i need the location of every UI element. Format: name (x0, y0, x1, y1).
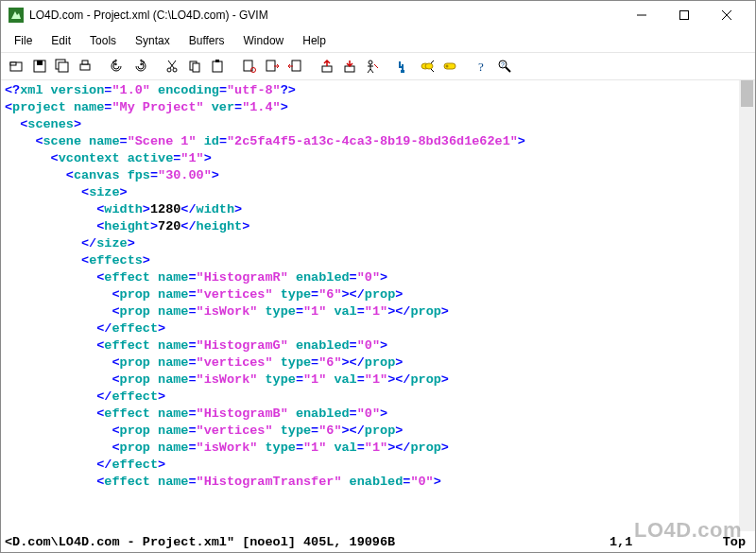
menu-syntax[interactable]: Syntax (128, 31, 178, 50)
menu-file[interactable]: File (7, 31, 40, 50)
menu-buffers[interactable]: Buffers (181, 31, 232, 50)
menubar: FileEditToolsSyntaxBuffersWindowHelp (1, 29, 755, 52)
find-prev-icon[interactable] (284, 56, 305, 77)
editor-area: <?xml version="1.0" encoding="utf-8"?> <… (1, 80, 755, 533)
open-file-icon[interactable] (7, 56, 27, 77)
svg-rect-11 (80, 64, 90, 70)
svg-text:?: ? (478, 60, 484, 74)
find-help-icon[interactable]: ? (494, 56, 515, 77)
undo-icon[interactable] (107, 56, 128, 77)
status-cursor-pos: 1,1 (610, 535, 713, 549)
cut-icon[interactable] (162, 56, 182, 77)
print-icon[interactable] (75, 56, 95, 77)
svg-line-41 (506, 67, 510, 72)
vertical-scrollbar[interactable] (739, 80, 755, 533)
copy-icon[interactable] (184, 56, 205, 77)
scroll-thumb[interactable] (741, 80, 753, 107)
paste-icon[interactable] (207, 56, 228, 77)
svg-point-14 (173, 68, 177, 72)
status-file-info: <D.com\LO4D.com - Project.xml" [noeol] 4… (5, 535, 610, 549)
svg-rect-25 (322, 66, 332, 72)
build-icon[interactable] (394, 56, 415, 77)
status-scroll-pos: Top (713, 535, 751, 549)
menu-edit[interactable]: Edit (43, 31, 78, 50)
svg-line-31 (370, 69, 373, 73)
tag-jump-icon[interactable] (439, 56, 460, 77)
make-tags-icon[interactable] (417, 56, 438, 77)
svg-rect-23 (266, 60, 275, 71)
svg-rect-32 (401, 70, 404, 73)
menu-tools[interactable]: Tools (82, 31, 124, 50)
toolbar: ?? (1, 52, 755, 80)
svg-point-34 (425, 63, 433, 69)
statusbar: <D.com\LO4D.com - Project.xml" [noeol] 4… (1, 531, 755, 552)
svg-rect-19 (213, 61, 222, 72)
save-session-icon[interactable] (339, 56, 360, 77)
save-all-icon[interactable] (52, 56, 73, 77)
svg-point-27 (369, 60, 372, 64)
maximize-button[interactable] (662, 2, 705, 28)
svg-rect-18 (193, 63, 199, 72)
svg-point-13 (167, 68, 171, 72)
svg-rect-8 (37, 60, 43, 65)
help-icon[interactable]: ? (472, 56, 492, 77)
load-session-icon[interactable] (317, 56, 337, 77)
run-script-icon[interactable] (362, 56, 383, 77)
find-next-icon[interactable] (262, 56, 283, 77)
svg-line-35 (431, 60, 434, 63)
svg-rect-2 (679, 11, 688, 20)
app-icon (9, 8, 24, 23)
svg-rect-20 (215, 60, 219, 62)
svg-rect-24 (292, 60, 301, 71)
code-editor[interactable]: <?xml version="1.0" encoding="utf-8"?> <… (1, 80, 739, 533)
save-file-icon[interactable] (29, 56, 50, 77)
titlebar: LO4D.com - Project.xml (C:\LO4D.com) - G… (1, 1, 755, 29)
close-button[interactable] (705, 2, 747, 28)
window-controls (620, 2, 747, 28)
menu-window[interactable]: Window (236, 31, 292, 50)
svg-rect-12 (82, 60, 88, 64)
menu-help[interactable]: Help (295, 31, 334, 50)
svg-line-30 (368, 69, 370, 73)
svg-line-36 (431, 69, 434, 72)
svg-point-38 (446, 65, 449, 68)
minimize-button[interactable] (620, 2, 662, 28)
window-title: LO4D.com - Project.xml (C:\LO4D.com) - G… (29, 9, 620, 22)
svg-rect-6 (10, 62, 16, 65)
svg-text:?: ? (501, 61, 505, 68)
svg-rect-10 (59, 62, 68, 72)
redo-icon[interactable] (129, 56, 150, 77)
find-replace-icon[interactable] (239, 56, 260, 77)
